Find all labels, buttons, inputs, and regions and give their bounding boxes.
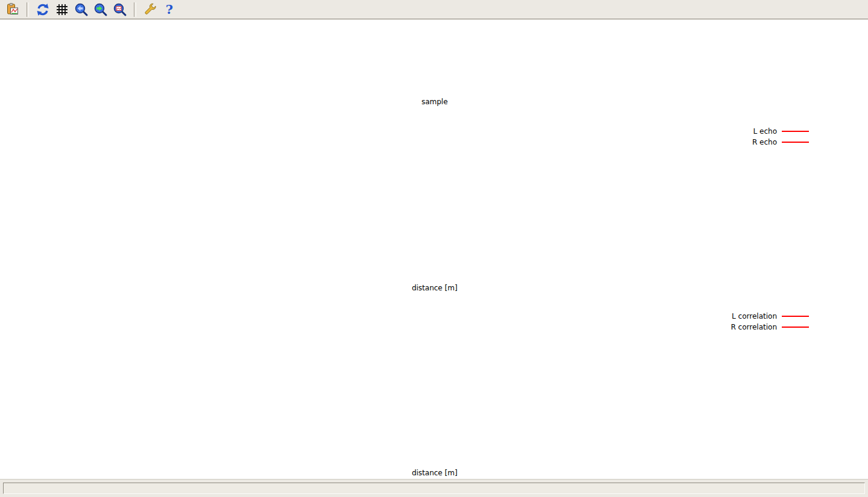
zoom-next-button[interactable] <box>93 2 108 17</box>
legend-label: R echo <box>752 138 777 146</box>
config-button[interactable] <box>142 2 158 17</box>
help-button[interactable]: ? <box>162 2 177 17</box>
legend-entry: L echo <box>752 126 809 137</box>
toolbar-separator <box>27 2 29 17</box>
zoom-next-icon <box>93 2 108 17</box>
apply-zoom-icon <box>113 2 127 17</box>
legend-entry: L correlation <box>731 311 809 322</box>
plot1-xlabel: sample <box>54 98 815 106</box>
copy-plot-button[interactable] <box>5 2 20 17</box>
plot2-xlabel: distance [m] <box>54 284 815 292</box>
legend-line-sample <box>782 131 809 132</box>
plot2-legend: L echo R echo <box>752 126 809 148</box>
copy-plot-icon <box>5 2 20 17</box>
plots-canvas[interactable] <box>0 20 868 479</box>
legend-line-sample <box>782 327 809 328</box>
legend-entry: R correlation <box>731 322 809 333</box>
status-bar <box>0 479 868 497</box>
svg-text:?: ? <box>166 2 173 17</box>
replot-icon <box>36 2 50 17</box>
config-icon <box>143 2 157 17</box>
zoom-previous-icon <box>74 2 89 17</box>
toolbar: ? <box>0 0 868 19</box>
legend-line-sample <box>782 316 809 317</box>
grid-icon <box>55 2 69 17</box>
grid-button[interactable] <box>54 2 70 17</box>
legend-label: L echo <box>753 127 777 136</box>
legend-entry: R echo <box>752 137 809 148</box>
help-icon: ? <box>162 2 177 17</box>
status-field <box>3 483 865 494</box>
legend-label: R correlation <box>731 323 777 331</box>
legend-line-sample <box>782 142 809 143</box>
plot3-xlabel: distance [m] <box>54 469 815 477</box>
replot-button[interactable] <box>35 2 51 17</box>
legend-label: L correlation <box>732 312 777 320</box>
toolbar-separator <box>134 2 136 17</box>
gnuplot-window: ? sample distance [m] distance [m] L ech… <box>0 0 868 497</box>
apply-zoom-button[interactable] <box>112 2 128 17</box>
zoom-previous-button[interactable] <box>74 2 89 17</box>
plot3-legend: L correlation R correlation <box>731 311 809 333</box>
